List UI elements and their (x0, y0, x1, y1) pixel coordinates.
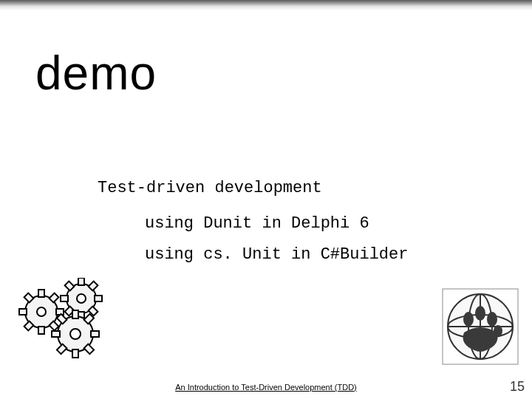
svg-point-36 (463, 312, 474, 327)
svg-rect-14 (19, 309, 27, 315)
bullet-line-2: using cs. Unit in C#Builder (145, 245, 408, 264)
svg-rect-22 (72, 349, 78, 358)
svg-rect-1 (78, 278, 84, 285)
page-number: 15 (510, 379, 525, 395)
svg-rect-4 (61, 296, 68, 301)
svg-rect-21 (72, 310, 78, 318)
svg-point-37 (475, 306, 485, 321)
footer-text: An Introduction to Test-Driven Developme… (0, 383, 532, 392)
svg-rect-13 (56, 309, 64, 315)
svg-point-38 (487, 312, 497, 327)
slide-title: demo (35, 46, 157, 100)
slide: demo Test-driven development using Dunit… (0, 0, 532, 399)
globe-icon (442, 288, 519, 365)
top-gradient-bar (0, 0, 532, 10)
gears-icon (16, 278, 120, 359)
svg-rect-23 (91, 331, 99, 337)
svg-point-29 (70, 329, 81, 339)
bullet-line-1: using Dunit in Delphi 6 (145, 214, 369, 233)
svg-rect-12 (38, 327, 44, 334)
svg-point-19 (37, 307, 46, 316)
svg-rect-24 (52, 331, 60, 337)
svg-rect-11 (38, 290, 44, 297)
svg-point-9 (77, 294, 86, 303)
slide-subtitle: Test-driven development (98, 179, 322, 197)
svg-rect-3 (95, 296, 102, 301)
